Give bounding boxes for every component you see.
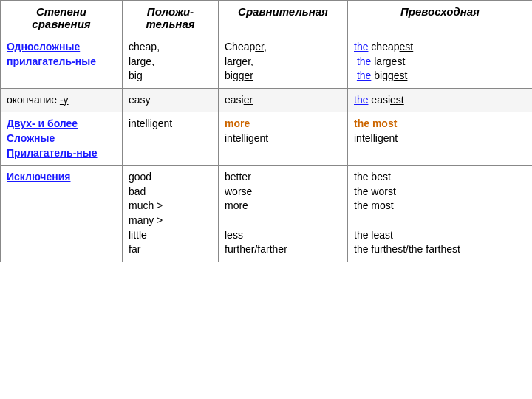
row3-col3: moreintelligent	[219, 112, 348, 166]
table-row: Двух- и более Сложные Прилагатель-ные in…	[1, 112, 533, 166]
row4-col1: Исключения	[1, 166, 123, 262]
row2-col2: easy	[123, 88, 219, 112]
row2-col1: окончание -у	[1, 88, 123, 112]
row1-col1: Односложные прилагатель-ные	[1, 35, 123, 89]
comparison-table: Степени сравнения Положи-тельная Сравнит…	[0, 0, 532, 262]
row2-col4: the easiest	[348, 88, 533, 112]
table-row: окончание -у easy easier the easiest	[1, 88, 533, 112]
row4-col2: goodbadmuch >many >littlefar	[123, 166, 219, 262]
row4-col3: betterworsemorelessfurther/farther	[219, 166, 348, 262]
row3-col2: intelligent	[123, 112, 219, 166]
header-col2: Положи-тельная	[123, 1, 219, 35]
header-col4: Превосходная	[348, 1, 533, 35]
table-row: Односложные прилагатель-ные cheap,large,…	[1, 35, 533, 89]
row3-col4: the mostintelligent	[348, 112, 533, 166]
row2-col3: easier	[219, 88, 348, 112]
row1-col2: cheap,large,big	[123, 35, 219, 89]
header-col1: Степени сравнения	[1, 1, 123, 35]
table-row: Исключения goodbadmuch >many >littlefar …	[1, 166, 533, 262]
row4-col4: the bestthe worstthe mostthe leastthe fu…	[348, 166, 533, 262]
header-col3: Сравнительная	[219, 1, 348, 35]
row3-col1: Двух- и более Сложные Прилагатель-ные	[1, 112, 123, 166]
row1-col3: Cheaper, larger, bigger	[219, 35, 348, 89]
row1-col4: the cheapest the largest the biggest	[348, 35, 533, 89]
